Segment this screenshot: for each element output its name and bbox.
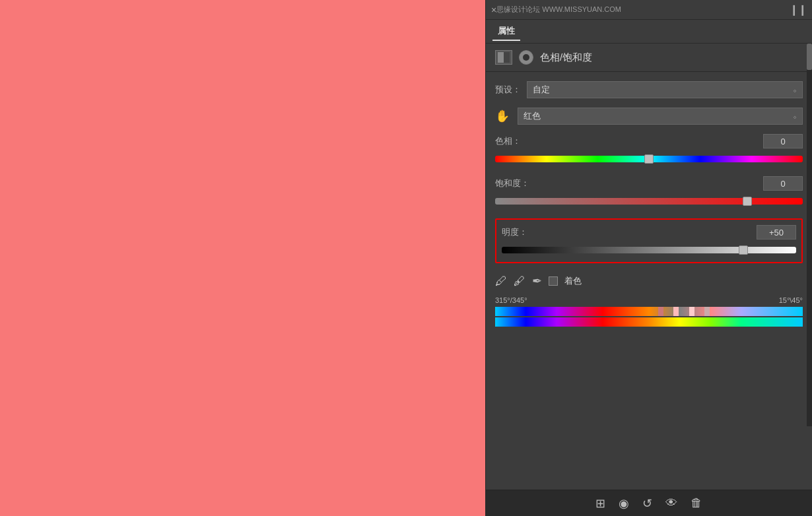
hue-slider-container[interactable] [495,152,803,166]
sat-header: 饱和度： 0 [495,176,803,191]
light-slider-container[interactable] [502,243,796,257]
sat-label: 饱和度： [495,177,529,189]
light-header: 明度： +50 [502,225,796,240]
panel-title-bar: × 思缘设计论坛 WWW.MISSYUAN.COM ❙❙ [486,0,812,20]
sat-slider-track[interactable] [495,198,803,205]
light-slider-thumb[interactable] [739,245,748,255]
hue-slider-track[interactable] [495,156,803,162]
range-handle-3[interactable] [689,307,694,316]
panel-body: 预设： 自定 ⬦ ✋ 红色 ⬦ 色相： 0 [486,72,812,490]
range-labels: 315°/345° 15°\45° [495,296,803,304]
hue-label: 色相： [495,135,521,147]
subtract-sample-icon[interactable]: ✒ [532,274,542,288]
light-label: 明度： [502,226,527,238]
hue-slider-thumb[interactable] [644,154,654,164]
range-handle-4[interactable] [704,307,710,316]
eye-button[interactable]: 👁 [665,496,677,510]
scrollbar-thumb[interactable] [807,44,812,70]
preset-dropdown[interactable]: 自定 ⬦ [527,81,803,98]
color-range-section: 315°/345° 15°\45° [495,296,803,327]
preset-dropdown-arrow: ⬦ [793,86,797,94]
visibility-button[interactable]: ◉ [619,496,629,511]
hue-header: 色相： 0 [495,134,803,148]
bottom-toolbar: ⊞ ◉ ↺ 👁 🗑 [486,490,812,516]
section-header: 色相/饱和度 [486,44,812,72]
hue-section: 色相： 0 [495,134,803,166]
colorize-label: 着色 [564,275,582,287]
sat-value[interactable]: 0 [763,176,803,191]
tools-section: 🖊 🖋 ✒ 着色 [495,274,803,288]
preset-row: 预设： 自定 ⬦ [495,81,803,98]
hue-value[interactable]: 0 [763,134,803,148]
preset-value: 自定 [533,84,550,96]
close-button[interactable]: × [491,5,496,15]
lightness-highlighted: 明度： +50 [495,218,803,263]
tools-row: 🖊 🖋 ✒ 着色 [495,274,803,288]
canvas [0,0,485,516]
colorize-checkbox[interactable] [549,276,558,286]
properties-tab-label[interactable]: 属性 [492,22,520,41]
range-label-right: 15°\45° [779,296,803,304]
reset-button[interactable]: ↺ [642,496,652,511]
sat-section: 饱和度： 0 [495,176,803,208]
scrollbar-track[interactable] [807,44,812,426]
sat-slider-container[interactable] [495,195,803,208]
spectrum-bar-1-container [495,307,803,316]
hand-tool-icon[interactable]: ✋ [495,109,510,123]
spectrum-bar-1 [495,307,803,316]
channel-dropdown[interactable]: 红色 ⬦ [518,108,803,125]
new-layer-button[interactable]: ⊞ [595,496,605,511]
channel-value: 红色 [524,110,541,122]
range-handle-2[interactable] [673,307,679,316]
sample-tool-icon[interactable]: 🖊 [495,274,507,288]
channel-dropdown-arrow: ⬦ [793,113,797,120]
svg-rect-0 [498,52,504,63]
add-sample-icon[interactable]: 🖋 [514,274,525,288]
delete-button[interactable]: 🗑 [691,496,702,510]
light-value[interactable]: +50 [757,225,796,240]
range-label-left: 315°/345° [495,296,527,304]
section-title: 色相/饱和度 [540,51,592,64]
range-handle-1[interactable] [658,307,663,316]
light-slider-track[interactable] [502,247,796,253]
adjustment-icon[interactable] [519,50,533,65]
watermark-text: 思缘设计论坛 WWW.MISSYUAN.COM [496,5,621,15]
svg-rect-1 [504,52,510,63]
properties-panel: × 思缘设计论坛 WWW.MISSYUAN.COM ❙❙ 属性 色相/饱和度 预… [485,0,812,516]
preset-label: 预设： [495,84,522,96]
layer-mask-button[interactable] [495,50,512,65]
channel-row: ✋ 红色 ⬦ [495,108,803,125]
spectrum-bar-2 [495,317,803,327]
sat-slider-thumb[interactable] [743,197,752,206]
panel-menu-button[interactable]: ❙❙ [790,3,807,16]
properties-tab: 属性 [486,20,812,44]
